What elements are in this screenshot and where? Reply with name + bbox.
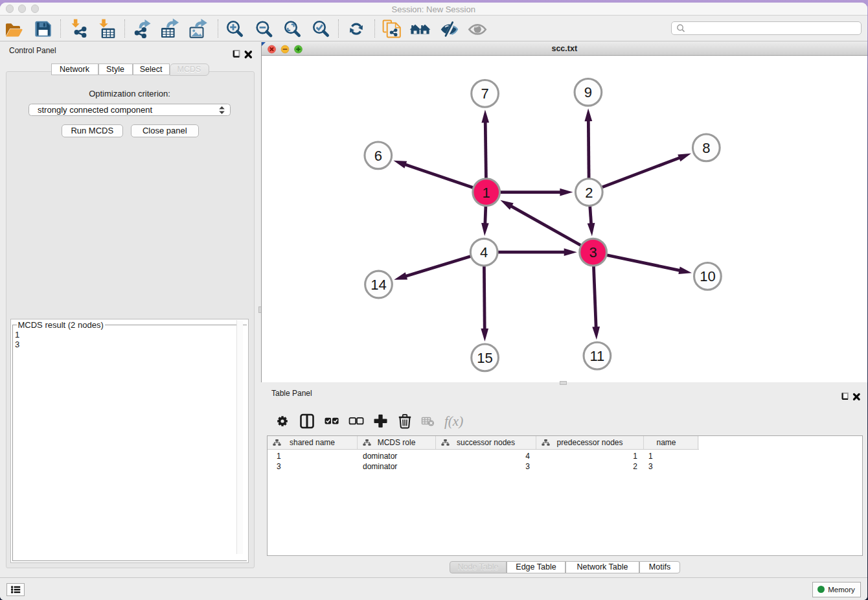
svg-text:8: 8: [702, 140, 710, 156]
svg-text:2: 2: [585, 185, 593, 201]
svg-text:4: 4: [480, 244, 488, 260]
svg-text:15: 15: [477, 350, 492, 366]
svg-text:f(x): f(x): [444, 413, 463, 429]
svg-text:11: 11: [589, 348, 604, 364]
svg-text:6: 6: [374, 148, 382, 164]
svg-text:10: 10: [700, 268, 715, 284]
svg-text:14: 14: [371, 277, 386, 293]
svg-text:7: 7: [481, 86, 488, 102]
svg-text:1: 1: [483, 185, 490, 201]
svg-text:9: 9: [584, 84, 592, 100]
svg-text:3: 3: [589, 244, 597, 260]
